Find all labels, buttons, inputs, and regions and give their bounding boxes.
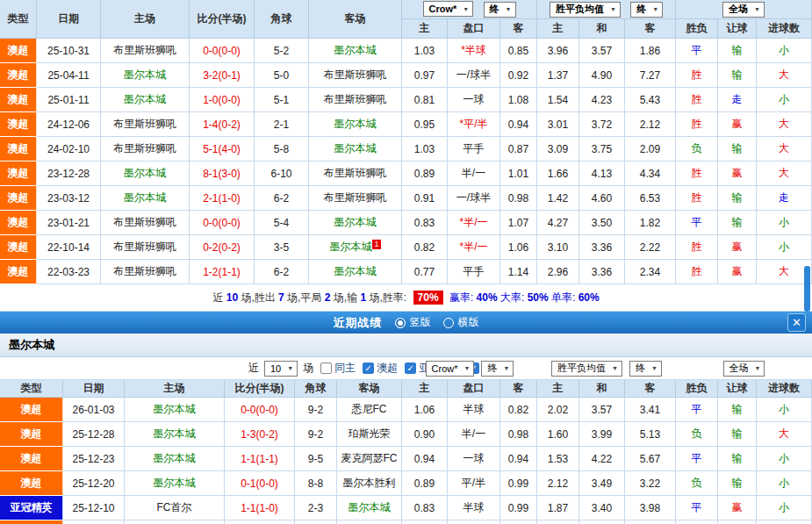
away-team[interactable]: 珀斯光荣: [337, 422, 402, 447]
handicap-cell: 半球: [448, 496, 500, 520]
home-team[interactable]: 墨尔本城: [125, 422, 225, 447]
sub-goals-header: 进球数: [757, 19, 812, 39]
summary-text: 50%: [528, 291, 549, 304]
away-team[interactable]: [337, 520, 402, 524]
date-cell: 23-03-12: [37, 186, 101, 211]
home-team[interactable]: 布里斯班狮吼: [101, 260, 190, 284]
view-mode-option[interactable]: 横版: [443, 315, 479, 330]
radio-icon[interactable]: [443, 318, 454, 328]
summary-text: 40%: [477, 291, 498, 304]
goals-result-cell: 小: [757, 211, 812, 235]
draw-avg-cell: 3.72: [579, 112, 625, 137]
home-team[interactable]: 墨尔本城: [125, 447, 225, 471]
away-team[interactable]: 布里斯班狮吼: [309, 63, 402, 88]
away-odds-cell: 0.98: [500, 422, 537, 447]
recent-final-handicap-select[interactable]: 终▼: [481, 361, 514, 377]
win-avg-cell: [537, 520, 579, 524]
match-count-select[interactable]: 10▼: [264, 361, 298, 377]
win-avg-cell: 1.66: [537, 162, 579, 186]
date-cell: 25-12-20: [63, 471, 125, 496]
recent-avg-odds-select[interactable]: 胜平负均值▼: [551, 361, 622, 377]
away-team[interactable]: 墨尔本城: [309, 211, 402, 235]
result-cell: 胜: [676, 162, 718, 186]
scope-select[interactable]: 全场▼: [722, 2, 765, 18]
away-team[interactable]: 悉尼FC: [337, 398, 402, 422]
recent-bookmaker-select[interactable]: Crow*▼: [426, 361, 475, 377]
draw-avg-cell: 3.50: [579, 211, 625, 235]
close-button[interactable]: ✕: [787, 313, 806, 332]
home-team[interactable]: 墨尔本城: [101, 162, 190, 186]
lose-avg-cell: 5.43: [625, 88, 676, 112]
recent-table: 类型 日期 主场 比分(半场) 角球 客场 主 盘口 客 主 和 客 胜负 让球…: [0, 380, 812, 524]
view-mode-label: 横版: [458, 315, 479, 330]
final-handicap-select[interactable]: 终▼: [484, 2, 516, 18]
league-cell: 澳超: [0, 211, 37, 235]
home-team[interactable]: 布里斯班狮吼: [101, 39, 190, 63]
chevron-down-icon: ▼: [506, 6, 512, 12]
bookmaker-select[interactable]: Crow*▼: [423, 1, 474, 17]
away-odds-cell: 1.01: [500, 162, 537, 186]
home-team[interactable]: 墨尔本城: [101, 88, 190, 112]
checkbox-icon[interactable]: ✓: [363, 362, 374, 374]
chevron-down-icon: ▼: [652, 6, 658, 12]
date-cell: 25-10-31: [37, 39, 101, 63]
home-odds-cell: 0.94: [402, 447, 448, 471]
corner-cell: 9-2: [295, 422, 337, 447]
win-avg-cell: 3.09: [537, 137, 579, 162]
result-cell: [676, 520, 718, 524]
home-team[interactable]: 墨尔本城: [125, 471, 225, 496]
recent-final-avg-select[interactable]: 终▼: [629, 361, 662, 377]
away-team[interactable]: 墨尔本城1: [309, 235, 402, 260]
away-team[interactable]: 墨尔本城: [309, 39, 402, 63]
away-team[interactable]: 墨尔本城: [337, 496, 402, 520]
away-team[interactable]: 布里斯班狮吼: [309, 88, 402, 112]
recent-scope-dd-group: 全场▼: [676, 357, 812, 379]
away-odds-cell: 0.94: [500, 112, 537, 137]
home-team[interactable]: 布里斯班狮吼: [101, 211, 190, 235]
away-team[interactable]: 墨尔本胜利: [337, 471, 402, 496]
checkbox-icon[interactable]: [320, 362, 332, 374]
summary-text: 场,胜出: [238, 291, 278, 304]
filter-option[interactable]: 同主: [320, 361, 356, 376]
home-team[interactable]: FC首尔: [125, 496, 225, 520]
corner-cell: 3-5: [255, 235, 309, 260]
away-odds-cell: 0.99: [500, 496, 537, 520]
home-team[interactable]: 墨尔本城: [101, 63, 190, 88]
date-cell: 25-12-28: [63, 422, 125, 447]
home-team[interactable]: 墨尔本城: [101, 186, 190, 211]
goals-result-cell: 小: [757, 39, 812, 63]
lose-avg-cell: 2.12: [625, 112, 676, 137]
away-team[interactable]: 布里斯班狮吼: [309, 186, 402, 211]
col-type-header: 类型: [0, 0, 37, 39]
radio-icon[interactable]: [395, 318, 406, 328]
near-label: 近: [248, 361, 259, 376]
match-row: 澳超23-01-21布里斯班狮吼0-0(0-0)5-4墨尔本城0.83*半/一1…: [0, 211, 812, 235]
lose-avg-cell: 2.22: [625, 235, 676, 260]
home-team[interactable]: 布里斯班狮吼: [101, 235, 190, 260]
match-row: 澳超25-12-28墨尔本城1-3(0-2)9-2珀斯光荣0.90半/一0.98…: [0, 422, 812, 447]
view-mode-option[interactable]: 竖版: [395, 315, 431, 330]
home-team[interactable]: [125, 520, 225, 524]
handicap-cell: 平/半: [448, 471, 500, 496]
final-avg-select[interactable]: 终▼: [630, 2, 663, 18]
scrollbar-thumb[interactable]: [804, 266, 810, 312]
home-team[interactable]: 布里斯班狮吼: [101, 137, 190, 162]
away-team[interactable]: 墨尔本城: [309, 112, 402, 137]
handicap-result-cell: [718, 520, 757, 524]
home-team[interactable]: 墨尔本城: [125, 398, 225, 422]
home-team[interactable]: 布里斯班狮吼: [101, 112, 190, 137]
filter-option[interactable]: ✓澳超: [363, 361, 398, 376]
away-team[interactable]: 墨尔本城: [309, 137, 402, 162]
avg-odds-select[interactable]: 胜平负均值▼: [550, 2, 621, 18]
chevron-down-icon: ▼: [287, 365, 293, 371]
date-cell: 25-12-10: [63, 496, 125, 520]
score-cell: 1-2(1-1): [190, 260, 255, 284]
home-odds-cell: 0.77: [402, 260, 448, 284]
win-avg-cell: 1.60: [537, 422, 579, 447]
away-team[interactable]: 布里斯班狮吼: [309, 162, 402, 186]
away-team[interactable]: 麦克阿瑟FC: [337, 447, 402, 471]
col-score-header: 比分(半场): [225, 380, 295, 398]
recent-scope-select[interactable]: 全场▼: [723, 361, 765, 377]
away-team[interactable]: 墨尔本城: [309, 260, 402, 284]
corner-cell: 5-4: [255, 211, 309, 235]
